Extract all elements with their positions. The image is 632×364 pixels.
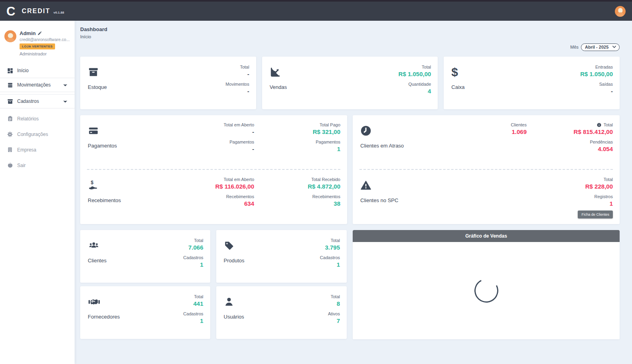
sidebar-item-label: Relatórios [17, 116, 39, 122]
stat-value: 1 [183, 317, 203, 324]
usuarios-card: Usuários Total 8 Ativos 7 [216, 286, 347, 339]
chart-line-icon [270, 67, 281, 77]
main-content: Dashboard Início Mês Abril - 2025 Estoqu… [75, 21, 632, 364]
tag-icon [224, 240, 234, 251]
stat-value: - [580, 88, 613, 94]
building-icon [7, 147, 13, 153]
breadcrumb: Início [80, 34, 620, 39]
stat-value: R$ 321,00 [276, 128, 340, 135]
stat-value: R$ 116.026,00 [190, 183, 254, 190]
sidebar-item-label: Cadastros [17, 98, 39, 104]
app-logo: C [6, 5, 15, 18]
user-icon [224, 297, 234, 307]
stat-value: R$ 1.050,00 [580, 71, 613, 77]
stat-value: 4.054 [549, 146, 613, 152]
sidebar-item-label: Configurações [17, 132, 48, 137]
stat-value: R$ 228,00 [549, 183, 613, 190]
box-archive-icon [88, 67, 99, 77]
stat-value: R$ 1.050,00 [399, 71, 431, 77]
stat-value: R$ 815.412,00 [549, 128, 613, 135]
card-title: Estoque [88, 84, 249, 90]
users-icon [88, 240, 100, 251]
stat-value: 8 [328, 300, 340, 307]
month-select[interactable]: Abril - 2025 [581, 43, 620, 51]
topbar: C CREDIT v0.1.88 [0, 0, 632, 21]
stat-value: - [190, 128, 254, 135]
ficha-de-clientes-button[interactable]: Ficha de Clientes [578, 211, 613, 218]
brand-name: CREDIT [22, 8, 50, 15]
clientes-atraso-section: Clientes em Atraso Clientes 1.069 [353, 115, 620, 169]
stat-value: 7.066 [183, 244, 203, 251]
user-avatar-icon[interactable] [615, 6, 626, 17]
clipboard-icon [7, 116, 13, 122]
warning-triangle-icon [360, 180, 371, 191]
stat-value: - [190, 146, 254, 152]
gear-icon [7, 131, 13, 138]
pagamentos-recebimentos-card: Pagamentos Total em Aberto - Pagamentos … [80, 115, 347, 224]
stat-value: 38 [276, 200, 340, 207]
stat-value: 1 [276, 146, 340, 152]
pagamentos-section: Pagamentos Total em Aberto - Pagamentos … [80, 115, 347, 169]
sidebar-item-label: Sair [17, 163, 26, 168]
hand-holding-dollar-icon: $ [88, 180, 99, 191]
stat-value: 3.795 [320, 244, 340, 251]
chevron-down-icon [63, 99, 68, 104]
app-version: v0.1.88 [53, 11, 64, 14]
user-role: Administrador [20, 51, 70, 56]
user-profile: Admin credit@anronsoftware.co... LOJA VE… [0, 21, 75, 56]
stat-value: 4 [399, 88, 431, 94]
grid-icon [7, 68, 13, 74]
stat-value: - [225, 88, 249, 94]
power-icon [7, 162, 13, 168]
card-title: Usuários [224, 314, 340, 320]
clientes-card: Clientes Total 7.066 Cadastros 1 [80, 230, 210, 283]
svg-text:$: $ [91, 180, 93, 185]
box-icon [7, 98, 13, 104]
user-email: credit@anronsoftware.co... [20, 37, 70, 42]
page-title: Dashboard [80, 26, 620, 32]
stat-value: 7 [328, 317, 340, 324]
sidebar-nav: Início Movimentações Cadastros [0, 63, 75, 173]
chevron-down-icon [63, 83, 68, 88]
produtos-card: Produtos Total 3.795 Cadastros 1 [216, 230, 347, 283]
sidebar-item-movimentacoes[interactable]: Movimentações [0, 78, 75, 92]
dollar-icon: $ [451, 66, 458, 78]
grafico-vendas-card: Gráfico de Vendas [353, 230, 620, 339]
stat-value: 1.069 [463, 128, 527, 135]
sidebar-item-label: Movimentações [17, 82, 51, 88]
handshake-icon [88, 297, 101, 307]
stat-value: - [225, 71, 249, 77]
stat-value: 1 [549, 200, 613, 207]
recebimentos-section: $ Recebimentos Total em Aberto R$ 116.02… [80, 170, 347, 224]
layers-icon [7, 82, 13, 88]
profile-avatar [4, 30, 16, 42]
clock-icon [360, 125, 371, 136]
store-badge: LOJA VERTENTES [20, 43, 55, 49]
sidebar: Admin credit@anronsoftware.co... LOJA VE… [0, 21, 75, 364]
month-label: Mês [570, 45, 579, 49]
stat-value: 1 [183, 261, 203, 268]
sidebar-item-sair[interactable]: Sair [0, 157, 75, 173]
stat-value: R$ 4.872,00 [276, 183, 340, 190]
sidebar-item-relatorios[interactable]: Relatórios [0, 111, 75, 126]
sidebar-item-empresa[interactable]: Empresa [0, 142, 75, 157]
vendas-card: Vendas Total R$ 1.050,00 Quantidade 4 [262, 57, 438, 109]
stat-value: 634 [190, 200, 254, 207]
user-name: Admin [20, 30, 36, 36]
info-icon[interactable] [597, 123, 601, 127]
stat-value: 441 [183, 300, 203, 307]
sidebar-item-configuracoes[interactable]: Configurações [0, 126, 75, 142]
chart-title: Gráfico de Vendas [353, 230, 620, 242]
sidebar-item-cadastros[interactable]: Cadastros [0, 94, 75, 108]
fornecedores-card: Fornecedores Total 441 Cadastros 1 [80, 286, 210, 339]
clientes-atraso-spc-card: Clientes em Atraso Clientes 1.069 [353, 115, 620, 224]
stat-value: 1 [320, 261, 340, 268]
clientes-spc-section: Clientes no SPC Total R$ 228,00 Registro… [353, 170, 620, 224]
loading-spinner-icon [471, 275, 502, 306]
estoque-card: Estoque Total - Movimentos - [80, 57, 256, 109]
sidebar-item-inicio[interactable]: Início [0, 63, 75, 78]
sidebar-item-label: Empresa [17, 147, 36, 153]
sidebar-item-label: Início [17, 68, 29, 73]
edit-pencil-icon[interactable] [38, 31, 42, 35]
caixa-card: $ Caixa Entradas R$ 1.050,00 Saídas - [444, 57, 620, 109]
